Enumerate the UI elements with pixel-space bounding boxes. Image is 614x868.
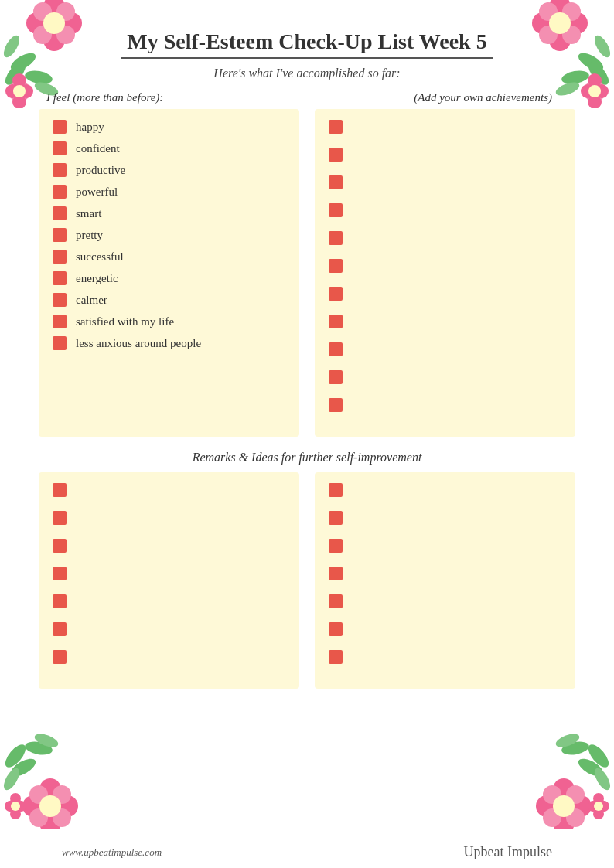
empty-checkbox-7[interactable]: [329, 287, 343, 301]
svg-point-76: [566, 808, 585, 827]
check-label-energetic: energetic: [76, 272, 118, 285]
check-item-confident: confident: [53, 141, 285, 155]
checkbox-powerful[interactable]: [53, 185, 67, 199]
empty-checkbox-1[interactable]: [329, 120, 343, 134]
remark-checkbox-r3[interactable]: [329, 539, 343, 553]
svg-point-46: [33, 731, 60, 750]
svg-point-44: [24, 740, 53, 757]
remark-check-5: [53, 594, 285, 608]
footer-url: www.upbeatimpulse.com: [62, 846, 162, 859]
svg-point-53: [53, 785, 71, 804]
checkbox-smart[interactable]: [53, 206, 67, 220]
svg-point-60: [5, 801, 15, 812]
checkbox-productive[interactable]: [53, 163, 67, 177]
svg-point-69: [553, 778, 575, 800]
checkbox-satisfied[interactable]: [53, 315, 67, 328]
checkbox-less-anxious[interactable]: [53, 336, 67, 350]
empty-check-10: [329, 370, 561, 384]
svg-point-62: [11, 802, 20, 811]
remark-checkbox-r6[interactable]: [329, 622, 343, 636]
check-label-productive: productive: [76, 164, 125, 177]
remark-check-3: [53, 539, 285, 553]
empty-checkbox-5[interactable]: [329, 231, 343, 245]
footer-brand: Upbeat Impulse: [464, 844, 552, 860]
svg-point-68: [547, 789, 581, 823]
empty-checkbox-8[interactable]: [329, 315, 343, 328]
check-label-smart: smart: [76, 207, 101, 220]
check-label-confident: confident: [76, 142, 120, 155]
remark-checkbox-6[interactable]: [53, 622, 67, 636]
checkbox-calmer[interactable]: [53, 293, 67, 307]
check-label-powerful: powerful: [76, 186, 118, 199]
footer: www.upbeatimpulse.com Upbeat Impulse: [0, 844, 614, 860]
svg-point-59: [10, 808, 21, 819]
empty-checkbox-3[interactable]: [329, 175, 343, 189]
svg-point-49: [39, 812, 61, 829]
checkbox-happy[interactable]: [53, 120, 67, 134]
remark-check-r5: [329, 594, 561, 608]
remark-checkbox-2[interactable]: [53, 511, 67, 525]
svg-point-63: [575, 755, 605, 780]
remark-checkbox-r2[interactable]: [329, 511, 343, 525]
svg-point-71: [536, 795, 558, 817]
remark-check-6: [53, 622, 285, 636]
svg-point-83: [594, 802, 603, 811]
svg-point-57: [8, 798, 23, 814]
svg-point-42: [8, 755, 38, 780]
svg-point-50: [22, 795, 44, 817]
empty-check-6: [329, 259, 561, 273]
remark-checkbox-1[interactable]: [53, 483, 67, 497]
empty-checkbox-11[interactable]: [329, 398, 343, 412]
checkbox-pretty[interactable]: [53, 228, 67, 242]
flower-decoration-br: [506, 721, 614, 829]
remark-checkbox-r4[interactable]: [329, 567, 343, 580]
subtitle: Here's what I've accomplished so far:: [39, 66, 575, 80]
svg-point-74: [566, 785, 585, 804]
check-label-calmer: calmer: [76, 294, 107, 307]
left-col-label: I feel (more than before):: [39, 91, 163, 104]
empty-check-4: [329, 203, 561, 217]
empty-checkbox-10[interactable]: [329, 370, 343, 384]
remark-check-2: [53, 511, 285, 525]
checkbox-energetic[interactable]: [53, 271, 67, 285]
checkbox-confident[interactable]: [53, 141, 67, 155]
empty-checkbox-9[interactable]: [329, 342, 343, 356]
title-underline: [121, 57, 493, 59]
check-item-calmer: calmer: [53, 293, 285, 307]
remark-check-r2: [329, 511, 561, 525]
empty-checkbox-4[interactable]: [329, 203, 343, 217]
empty-check-1: [329, 120, 561, 134]
svg-point-43: [2, 741, 29, 771]
remark-checkbox-5[interactable]: [53, 594, 67, 608]
remarks-label: Remarks & Ideas for further self-improve…: [39, 451, 575, 465]
svg-point-78: [591, 798, 606, 814]
remark-checkbox-7[interactable]: [53, 650, 67, 664]
remark-checkbox-r7[interactable]: [329, 650, 343, 664]
remark-check-1: [53, 483, 285, 497]
right-checklist: [315, 109, 575, 437]
remark-check-r7: [329, 650, 561, 664]
empty-check-3: [329, 175, 561, 189]
svg-point-56: [39, 795, 61, 817]
empty-checkbox-6[interactable]: [329, 259, 343, 273]
check-item-less-anxious: less anxious around people: [53, 336, 285, 350]
checkbox-successful[interactable]: [53, 250, 67, 264]
check-label-satisfied: satisfied with my life: [76, 315, 174, 328]
svg-point-45: [1, 766, 22, 793]
svg-point-58: [10, 793, 21, 804]
column-labels: I feel (more than before): (Add your own…: [39, 91, 575, 104]
remark-checkbox-r5[interactable]: [329, 594, 343, 608]
empty-checkbox-2[interactable]: [329, 148, 343, 162]
remark-check-r1: [329, 483, 561, 497]
empty-check-5: [329, 231, 561, 245]
empty-check-8: [329, 315, 561, 328]
empty-check-2: [329, 148, 561, 162]
checklist-section: happy confident productive powerful smar…: [39, 109, 575, 437]
svg-point-54: [29, 808, 48, 827]
remark-checkbox-r1[interactable]: [329, 483, 343, 497]
remark-checkbox-3[interactable]: [53, 539, 67, 553]
remark-check-r3: [329, 539, 561, 553]
flower-decoration-bl: [0, 721, 108, 829]
check-item-successful: successful: [53, 250, 285, 264]
remark-checkbox-4[interactable]: [53, 567, 67, 580]
